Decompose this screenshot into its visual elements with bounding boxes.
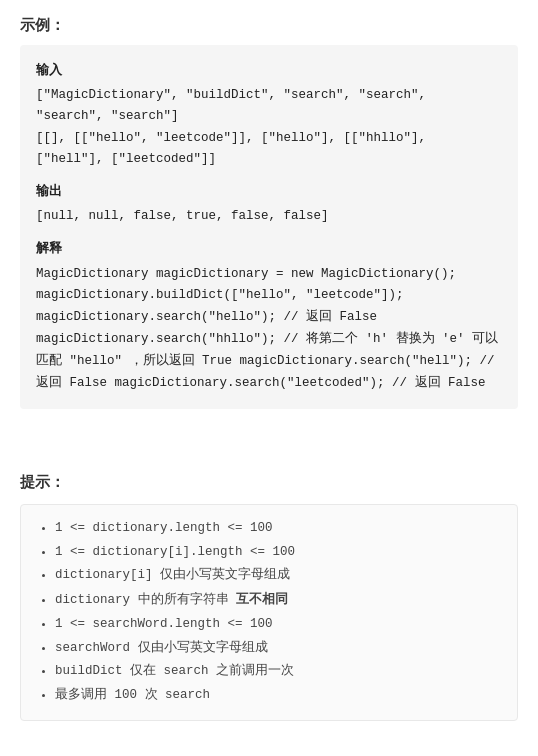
explanation-content: MagicDictionary magicDictionary = new Ma… xyxy=(36,264,502,395)
example-title: 示例： xyxy=(20,16,518,35)
example-box: 输入 ["MagicDictionary", "buildDict", "sea… xyxy=(20,45,518,409)
hints-title: 提示： xyxy=(20,473,518,492)
explanation-label: 解释 xyxy=(36,237,502,259)
hints-list-item: searchWord 仅由小写英文字母组成 xyxy=(55,637,501,661)
output-label: 输出 xyxy=(36,180,502,202)
hints-list-item: dictionary[i] 仅由小写英文字母组成 xyxy=(55,564,501,588)
hints-list-item: 1 <= searchWord.length <= 100 xyxy=(55,613,501,637)
hints-list-item: buildDict 仅在 search 之前调用一次 xyxy=(55,660,501,684)
input-section: 输入 ["MagicDictionary", "buildDict", "sea… xyxy=(36,59,502,170)
hints-list-item: 1 <= dictionary.length <= 100 xyxy=(55,517,501,541)
hints-list-item: 最多调用 100 次 search xyxy=(55,684,501,708)
hints-box: 1 <= dictionary.length <= 1001 <= dictio… xyxy=(20,504,518,721)
output-section: 输出 [null, null, false, true, false, fals… xyxy=(36,180,502,227)
output-value: [null, null, false, true, false, false] xyxy=(36,206,502,227)
input-label: 输入 xyxy=(36,59,502,81)
explanation-section: 解释 MagicDictionary magicDictionary = new… xyxy=(36,237,502,394)
hints-list-item: dictionary 中的所有字符串 互不相同 xyxy=(55,588,501,613)
hints-section: 提示： 1 <= dictionary.length <= 1001 <= di… xyxy=(20,473,518,721)
input-content: ["MagicDictionary", "buildDict", "search… xyxy=(36,85,502,170)
hints-list-item: 1 <= dictionary[i].length <= 100 xyxy=(55,541,501,565)
hints-list: 1 <= dictionary.length <= 1001 <= dictio… xyxy=(37,517,501,708)
